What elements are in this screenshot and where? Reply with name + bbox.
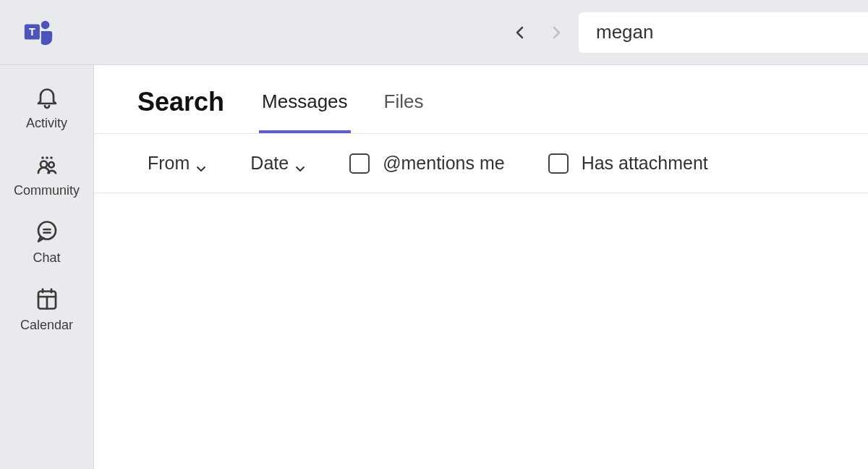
topbar-right [55,12,868,53]
filter-date-dropdown[interactable]: Date [250,153,306,174]
sidebar-item-label: Activity [26,116,67,131]
filter-attachment-label: Has attachment [582,153,708,174]
svg-point-2 [41,20,49,29]
sidebar-item-label: Community [14,183,80,198]
sidebar-item-calendar[interactable]: Calendar [0,277,93,345]
sidebar-item-activity[interactable]: Activity [0,75,93,143]
checkbox-icon [349,153,370,174]
people-icon [33,150,61,179]
chevron-down-icon [294,158,306,169]
chat-icon [33,217,61,246]
svg-point-5 [50,156,53,159]
svg-point-6 [41,161,47,168]
bell-icon [33,83,61,111]
svg-point-3 [41,156,44,159]
chevron-down-icon [195,158,207,169]
sidebar-item-community[interactable]: Community [0,143,93,210]
tabs: Messages Files [259,90,426,133]
filter-mentions-label: @mentions me [383,153,505,174]
tab-files[interactable]: Files [381,90,427,133]
sidebar-item-label: Calendar [20,318,73,333]
teams-logo-icon: T [22,16,55,49]
app-sidebar: Activity Community [0,65,94,469]
content-area: Search Messages Files From Date @ [94,65,868,469]
tab-messages[interactable]: Messages [259,90,351,133]
filter-row: From Date @mentions me Has attachment [94,134,868,193]
svg-point-7 [48,162,54,168]
calendar-icon [33,284,61,313]
main-area: Activity Community [0,65,868,469]
filter-mentions-checkbox[interactable]: @mentions me [349,153,505,174]
sidebar-item-label: Chat [33,250,60,266]
filter-from-label: From [148,153,190,174]
svg-point-4 [46,156,48,159]
filter-date-label: Date [250,153,289,174]
svg-text:T: T [29,25,35,37]
checkbox-icon [548,153,569,174]
header-row: Search Messages Files [94,65,868,134]
nav-forward-button[interactable] [542,19,570,46]
sidebar-item-chat[interactable]: Chat [0,210,93,277]
filter-from-dropdown[interactable]: From [148,153,207,174]
page-title: Search [137,87,224,133]
top-bar: T [0,0,868,65]
nav-back-button[interactable] [506,19,534,46]
filter-attachment-checkbox[interactable]: Has attachment [548,153,708,174]
search-input[interactable] [579,12,868,53]
